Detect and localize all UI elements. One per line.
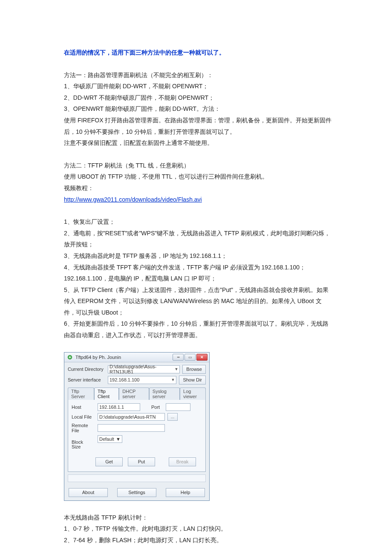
- status-bar: [68, 474, 206, 482]
- maximize-button[interactable]: ▭: [184, 354, 196, 361]
- about-button[interactable]: About: [69, 488, 108, 497]
- method-1-item-2: 2、DD-WRT 不能刷华硕原厂固件，不能刷 OPENWRT；: [64, 92, 332, 104]
- tab-tftp-server[interactable]: Tftp Server: [68, 387, 94, 400]
- show-dir-button[interactable]: Show Dir: [179, 376, 206, 384]
- local-file-label: Local File: [72, 414, 95, 419]
- method-1-block: 方法一：路由器管理界面刷机法（不能完全的相互刷）： 1、华硕原厂固件能刷 DD-…: [64, 69, 332, 149]
- host-label: Host: [72, 405, 95, 410]
- settings-button[interactable]: Settings: [117, 488, 156, 497]
- server-interface-label: Server interface: [68, 377, 105, 382]
- step-4: 4、无线路由器接受 TFPT 客户端的文件发送，TFTP 客户端 IP 必须设置…: [64, 262, 332, 284]
- timing-heading: 本无线路由器 TFTP 刷机计时：: [64, 512, 332, 523]
- local-file-browse-button[interactable]: …: [167, 413, 178, 421]
- method-2-item-1: 使用 UBOOT 的 TFTP 功能，不使用 TTL，也可以进行三种固件间任意刷…: [64, 171, 332, 182]
- tab-dhcp-server[interactable]: DHCP server: [119, 387, 149, 400]
- minimize-button[interactable]: ━: [173, 354, 184, 361]
- browse-button[interactable]: Browse: [182, 365, 206, 374]
- step-3: 3、无线路由器此时是 TFTP 服务器，IP 地址为 192.168.1.1；: [64, 250, 332, 262]
- block-size-combo[interactable]: Default ▼: [98, 435, 122, 443]
- chevron-down-icon: ▼: [173, 367, 178, 371]
- window-titlebar: Tftpd64 by Ph. Jounin ━ ▭ ✕: [64, 353, 209, 362]
- step-5: 5、从 TFTP Client（客户端）上发送固件，选好固件，点击"Put"，无…: [64, 284, 332, 318]
- remote-file-input[interactable]: [98, 424, 165, 432]
- current-directory-value: D:\data\upgrade\Asus-RTN13UB1: [110, 364, 173, 374]
- port-input[interactable]: [166, 403, 190, 411]
- port-label: Port: [151, 405, 163, 410]
- timing-block: 本无线路由器 TFTP 刷机计时： 1、0-7 秒，TFTP 传输文件。此时电源…: [64, 512, 332, 546]
- chevron-down-icon: ▼: [169, 378, 175, 382]
- tabstrip: Tftp Server Tftp Client DHCP server Sysl…: [64, 385, 209, 399]
- step-6: 6、开始更新固件后，10 分钟不要操作，10 分钟后，重新打开管理界面就可以了。…: [64, 318, 332, 341]
- document-title: 在适用的情况下，适用下面三种方法中的任意一种就可以了。: [64, 47, 332, 58]
- method-1-item-4: 使用 FIREFOX 打开路由器管理界面。在路由器管理界面：管理，刷机备份，更新…: [64, 115, 332, 137]
- put-button[interactable]: Put: [128, 457, 155, 466]
- method-1-item-5: 注意不要保留旧配置，旧配置在新固件上通常不能使用。: [64, 137, 332, 149]
- help-button[interactable]: Help: [166, 488, 205, 497]
- tftpd64-app-icon: [67, 354, 73, 360]
- step-2: 2、通电前，按"RESET"或者"WPS"键不放，无线路由器进入 TFTP 刷机…: [64, 228, 332, 250]
- method-1-item-3: 3、OPENWRT 能刷华硕原厂固件，能刷 DD-WRT。方法：: [64, 103, 332, 115]
- method-2-item-2: 视频教程：: [64, 182, 332, 194]
- video-tutorial-link[interactable]: http://www.gwa2011.com/downloads/video/F…: [64, 196, 202, 203]
- remote-file-label: Remote File: [72, 423, 95, 433]
- server-interface-combo[interactable]: 192.168.1.100 ▼: [108, 376, 176, 384]
- chevron-down-icon: ▼: [116, 436, 121, 442]
- break-button[interactable]: Break: [169, 457, 196, 466]
- block-size-value: Default: [99, 436, 114, 442]
- tftpd64-window: Tftpd64 by Ph. Jounin ━ ▭ ✕ Current Dire…: [64, 352, 210, 501]
- host-input[interactable]: 192.168.1.1: [98, 403, 140, 411]
- tftp-client-panel: Host 192.168.1.1 Port Local File D:\data…: [68, 399, 206, 472]
- current-directory-combo[interactable]: D:\data\upgrade\Asus-RTN13UB1 ▼: [108, 365, 180, 373]
- current-directory-label: Current Directory: [68, 367, 105, 372]
- tab-log-viewer[interactable]: Log viewer: [180, 387, 206, 400]
- get-button[interactable]: Get: [95, 457, 123, 466]
- tab-tftp-client[interactable]: Tftp Client: [94, 387, 119, 400]
- method-2-block: 方法二：TFTP 刷机法（免 TTL 线，任意刷机） 使用 UBOOT 的 TF…: [64, 160, 332, 205]
- tab-syslog-server[interactable]: Syslog server: [149, 387, 180, 400]
- timing-1: 1、0-7 秒，TFTP 传输文件。此时电源灯灭，LAN 口灯快闪。: [64, 523, 332, 535]
- server-interface-value: 192.168.1.100: [110, 377, 139, 382]
- timing-2: 2、7-64 秒，删除 FLASH；此时电源灯灭，LAN 口灯长亮。: [64, 535, 332, 546]
- close-button[interactable]: ✕: [196, 354, 208, 361]
- steps-block: 1、恢复出厂设置； 2、通电前，按"RESET"或者"WPS"键不放，无线路由器…: [64, 216, 332, 341]
- method-1-heading: 方法一：路由器管理界面刷机法（不能完全的相互刷）：: [64, 69, 332, 81]
- window-title: Tftpd64 by Ph. Jounin: [75, 355, 121, 360]
- method-1-item-1: 1、华硕原厂固件能刷 DD-WRT，不能刷 OPENWRT；: [64, 81, 332, 92]
- block-size-label: Block Size: [72, 440, 95, 449]
- method-2-heading: 方法二：TFTP 刷机法（免 TTL 线，任意刷机）: [64, 160, 332, 171]
- step-1: 1、恢复出厂设置；: [64, 216, 332, 228]
- local-file-input[interactable]: D:\data\upgrade\Asus-RTN: [98, 413, 165, 421]
